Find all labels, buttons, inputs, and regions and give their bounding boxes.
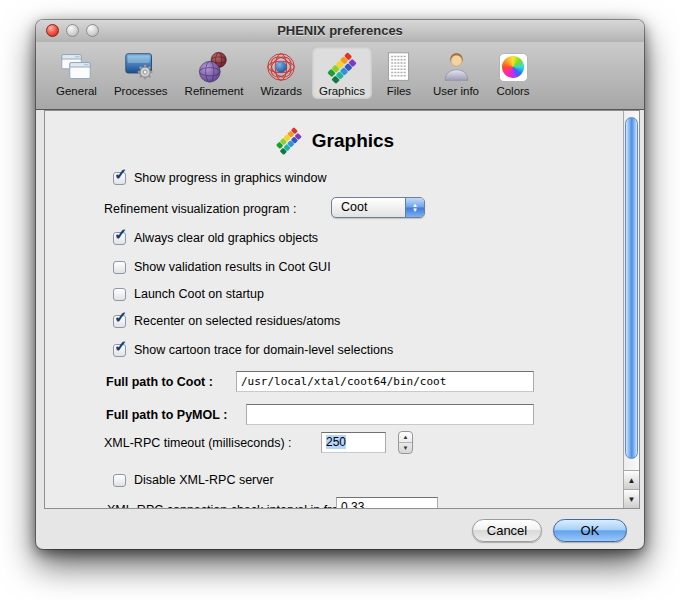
files-icon — [382, 50, 416, 84]
validation-results-checkbox[interactable]: ✓ — [113, 261, 126, 274]
wizards-icon — [264, 50, 298, 84]
scrollbar[interactable]: ▲ ▼ — [623, 111, 639, 508]
checkbox-label: Show progress in graphics window — [134, 171, 326, 185]
clear-objects-checkbox[interactable]: ✓ — [113, 232, 126, 245]
pymol-path-label: Full path to PyMOL : — [106, 408, 227, 422]
checkmark-icon: ✓ — [114, 165, 127, 184]
checkbox-label: Recenter on selected residues/atoms — [134, 314, 340, 328]
scroll-down-icon: ▼ — [628, 495, 636, 504]
row-validation-results: ✓ Show validation results in Coot GUI — [113, 258, 331, 276]
desktop: PHENIX preferences General Processes Ref… — [0, 0, 680, 600]
coot-path-label: Full path to Coot : — [106, 375, 213, 389]
titlebar[interactable]: PHENIX preferences — [36, 20, 644, 42]
tab-label: Graphics — [319, 85, 365, 97]
tab-processes[interactable]: Processes — [107, 47, 175, 99]
xmlrpc-timeout-field[interactable]: 250 — [321, 432, 386, 453]
general-icon — [59, 50, 93, 84]
tab-label: Refinement — [185, 85, 244, 97]
tab-label: Processes — [114, 85, 168, 97]
cartoon-trace-checkbox[interactable]: ✓ — [113, 344, 126, 357]
colors-icon — [496, 50, 530, 84]
content-area: Graphics ✓ Show progress in graphics win… — [44, 110, 640, 509]
scroll-up-button[interactable]: ▲ — [624, 470, 639, 489]
scroll-down-button[interactable]: ▼ — [624, 489, 639, 508]
row-clear-objects: ✓ Always clear old graphics objects — [113, 229, 318, 247]
row-recenter: ✓ Recenter on selected residues/atoms — [113, 312, 340, 330]
close-button[interactable] — [46, 24, 59, 37]
checkmark-icon: ✓ — [114, 337, 127, 356]
clipped-row-label: XML-RPC connection check interval in fra… — [107, 503, 369, 508]
show-progress-checkbox[interactable]: ✓ — [113, 172, 126, 185]
tab-refinement[interactable]: Refinement — [178, 47, 251, 99]
launch-coot-checkbox[interactable]: ✓ — [113, 288, 126, 301]
cancel-button[interactable]: Cancel — [472, 519, 542, 542]
pane-title: Graphics — [312, 130, 394, 152]
checkbox-label: Show validation results in Coot GUI — [134, 260, 331, 274]
traffic-lights — [46, 24, 99, 37]
stepper-down-icon[interactable]: ▼ — [399, 443, 412, 453]
clipped-row-field[interactable]: 0.33 — [336, 497, 438, 508]
tab-wizards[interactable]: Wizards — [253, 47, 309, 99]
checkbox-label: Launch Coot on startup — [134, 287, 264, 301]
checkmark-icon: ✓ — [114, 225, 127, 244]
preferences-window: PHENIX preferences General Processes Ref… — [36, 20, 644, 549]
tab-label: User info — [433, 85, 479, 97]
tab-general[interactable]: General — [49, 47, 104, 99]
ok-button[interactable]: OK — [553, 519, 627, 542]
field-value: 250 — [326, 435, 346, 449]
field-value: 0.33 — [341, 500, 364, 508]
zoom-button — [86, 24, 99, 37]
coot-path-field[interactable]: /usr/local/xtal/coot64/bin/coot — [236, 371, 534, 392]
graphics-icon — [274, 126, 303, 155]
scrollbar-thumb[interactable] — [625, 117, 638, 459]
tab-user-info[interactable]: User info — [426, 47, 486, 99]
tab-label: Wizards — [260, 85, 302, 97]
viz-program-label: Refinement visualization program : — [104, 202, 296, 216]
user-info-icon — [439, 50, 473, 84]
window-title: PHENIX preferences — [36, 20, 644, 42]
tab-graphics[interactable]: Graphics — [312, 47, 372, 99]
stepper-up-icon[interactable]: ▲ — [399, 432, 412, 443]
timeout-stepper[interactable]: ▲ ▼ — [398, 431, 413, 454]
tab-files[interactable]: Files — [375, 47, 423, 99]
toolbar: General Processes Refinement Wizards Gra… — [36, 42, 644, 110]
processes-icon — [124, 50, 158, 84]
viz-program-popup[interactable]: Coot ▲▼ — [331, 197, 425, 218]
xmlrpc-timeout-label: XML-RPC timeout (milliseconds) : — [104, 436, 292, 450]
checkbox-label: Show cartoon trace for domain-level sele… — [134, 343, 393, 357]
pymol-path-field[interactable] — [246, 404, 534, 425]
row-show-progress: ✓ Show progress in graphics window — [113, 169, 326, 187]
checkmark-icon: ✓ — [114, 308, 127, 327]
tab-label: Colors — [496, 85, 529, 97]
pane-heading: Graphics — [45, 126, 623, 155]
disable-xmlrpc-checkbox[interactable]: ✓ — [113, 474, 126, 487]
row-cartoon-trace: ✓ Show cartoon trace for domain-level se… — [113, 341, 393, 359]
recenter-checkbox[interactable]: ✓ — [113, 315, 126, 328]
popup-arrows-icon: ▲▼ — [405, 198, 424, 217]
row-disable-xmlrpc: ✓ Disable XML-RPC server — [113, 471, 274, 489]
scroll-up-icon: ▲ — [628, 476, 636, 485]
graphics-icon — [325, 50, 359, 84]
checkbox-label: Disable XML-RPC server — [134, 473, 274, 487]
tab-label: Files — [387, 85, 411, 97]
tab-colors[interactable]: Colors — [489, 47, 537, 99]
checkbox-label: Always clear old graphics objects — [134, 231, 318, 245]
graphics-pane: Graphics ✓ Show progress in graphics win… — [45, 111, 623, 508]
field-value: /usr/local/xtal/coot64/bin/coot — [241, 375, 446, 388]
row-launch-coot: ✓ Launch Coot on startup — [113, 285, 264, 303]
tab-label: General — [56, 85, 97, 97]
refinement-icon — [197, 50, 231, 84]
minimize-button — [66, 24, 79, 37]
popup-value: Coot — [332, 198, 405, 217]
footer: Cancel OK — [36, 509, 644, 549]
